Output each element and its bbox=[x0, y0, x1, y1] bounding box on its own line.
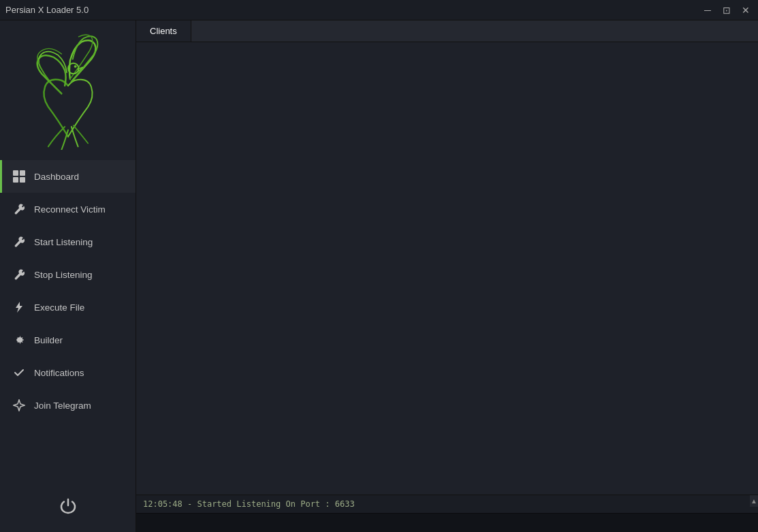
svg-rect-3 bbox=[20, 170, 25, 176]
builder-icon bbox=[12, 333, 26, 347]
sidebar-item-start-listening[interactable]: Start Listening bbox=[0, 225, 136, 258]
content-area: Clients 12:05:48 - Started Listening On … bbox=[136, 20, 758, 532]
log-content: 12:05:48 - Started Listening On Port : 6… bbox=[136, 495, 750, 513]
app-title: Persian X Loader 5.0 bbox=[5, 5, 89, 15]
power-area bbox=[56, 484, 80, 532]
tab-clients[interactable]: Clients bbox=[136, 20, 191, 42]
log-scrollbar[interactable]: ▲ bbox=[750, 495, 758, 507]
execute-icon bbox=[12, 300, 26, 314]
sidebar-item-label: Join Telegram bbox=[34, 401, 91, 411]
app-logo bbox=[27, 34, 109, 150]
power-icon bbox=[59, 497, 78, 516]
window-controls: ─ ⊡ ✕ bbox=[701, 3, 753, 17]
logo-area bbox=[0, 20, 136, 160]
sidebar-item-label: Stop Listening bbox=[34, 270, 93, 280]
sidebar-item-execute-file[interactable]: Execute File bbox=[0, 291, 136, 324]
wrench-icon2 bbox=[12, 235, 26, 249]
svg-rect-2 bbox=[13, 170, 18, 176]
titlebar: Persian X Loader 5.0 ─ ⊡ ✕ bbox=[0, 0, 758, 20]
sidebar-item-reconnect-victim[interactable]: Reconnect Victim bbox=[0, 193, 136, 225]
sidebar-item-label: Reconnect Victim bbox=[34, 204, 106, 215]
log-entry: 12:05:48 - Started Listening On Port : 6… bbox=[143, 499, 743, 509]
sidebar-item-dashboard[interactable]: Dashboard bbox=[0, 160, 136, 193]
wrench-icon3 bbox=[12, 268, 26, 281]
minimize-button[interactable]: ─ bbox=[701, 3, 714, 17]
close-button[interactable]: ✕ bbox=[739, 3, 753, 17]
svg-rect-4 bbox=[13, 177, 18, 183]
clients-table-area bbox=[136, 42, 758, 495]
sidebar-item-notifications[interactable]: Notifications bbox=[0, 356, 136, 389]
grid-icon bbox=[12, 170, 26, 183]
nav-items: Dashboard Reconnect Victim Start L bbox=[0, 160, 136, 484]
wrench-icon bbox=[12, 202, 26, 216]
power-button[interactable] bbox=[56, 494, 80, 518]
tab-bar: Clients bbox=[136, 20, 758, 42]
maximize-button[interactable]: ⊡ bbox=[720, 3, 733, 17]
main-layout: Dashboard Reconnect Victim Start L bbox=[0, 20, 758, 532]
svg-rect-5 bbox=[20, 177, 25, 183]
sidebar: Dashboard Reconnect Victim Start L bbox=[0, 20, 136, 532]
sidebar-item-label: Notifications bbox=[34, 368, 84, 378]
scroll-up-icon[interactable]: ▲ bbox=[751, 497, 757, 505]
sidebar-item-join-telegram[interactable]: Join Telegram bbox=[0, 389, 136, 422]
telegram-icon bbox=[12, 398, 26, 412]
bottom-bar bbox=[136, 513, 758, 532]
sidebar-item-stop-listening[interactable]: Stop Listening bbox=[0, 258, 136, 291]
sidebar-item-label: Start Listening bbox=[34, 237, 93, 247]
sidebar-item-label: Builder bbox=[34, 335, 63, 345]
svg-point-1 bbox=[74, 65, 76, 68]
sidebar-item-label: Dashboard bbox=[34, 172, 79, 182]
sidebar-item-label: Execute File bbox=[34, 302, 84, 313]
log-area: 12:05:48 - Started Listening On Port : 6… bbox=[136, 495, 758, 513]
sidebar-item-builder[interactable]: Builder bbox=[0, 324, 136, 356]
check-icon bbox=[12, 366, 26, 379]
